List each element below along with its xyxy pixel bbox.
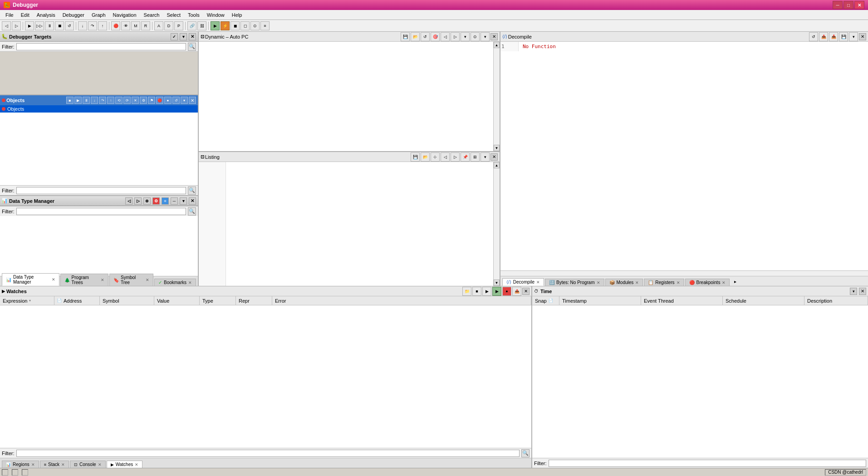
obj-tb-step2-btn[interactable]: ↷ xyxy=(99,97,106,104)
menu-navigation[interactable]: Navigation xyxy=(109,10,140,20)
debugger-targets-check-btn[interactable]: ✓ xyxy=(171,33,178,40)
decompile-tab-close-0[interactable]: ✕ xyxy=(536,280,540,285)
tb-extra4-button[interactable]: ≡ xyxy=(260,21,270,30)
tb-restart-button[interactable]: ↺ xyxy=(65,21,74,30)
dtm-drop-btn[interactable]: ▾ xyxy=(180,197,187,205)
obj-tb-stop-btn[interactable]: ■ xyxy=(66,97,74,104)
listing-scrollbar-v[interactable]: ▲ ▼ xyxy=(493,162,500,286)
decompile-drop-btn[interactable]: ▾ xyxy=(849,32,858,41)
tb-extra1-button[interactable]: ◼ xyxy=(230,21,240,30)
tb-reg-button[interactable]: R xyxy=(141,21,150,30)
dynamic-nav3-btn[interactable]: ▾ xyxy=(461,32,470,41)
listing-scroll-down[interactable]: ▼ xyxy=(494,280,500,286)
dtm-tab-3[interactable]: ✓ Bookmarks ✕ xyxy=(154,279,196,286)
obj-tb-drop-btn[interactable]: ▾ xyxy=(181,97,188,104)
watches-bottom-tab-1[interactable]: ≡ Stack ✕ xyxy=(40,461,69,468)
listing-scroll-up[interactable]: ▲ xyxy=(494,162,500,168)
tb-run2-button[interactable]: ▷▷ xyxy=(35,21,44,30)
watches-run-btn[interactable]: ▶ xyxy=(492,287,501,296)
dtm-tab-close-3[interactable]: ✕ xyxy=(188,280,192,285)
watches-close-btn[interactable]: ✕ xyxy=(522,288,530,295)
dynamic-close-btn[interactable]: ✕ xyxy=(490,33,498,40)
debugger-targets-filter-btn[interactable]: 🔍 xyxy=(188,43,196,51)
menu-window[interactable]: Window xyxy=(203,10,228,20)
tb-mem-button[interactable]: M xyxy=(131,21,140,30)
watches-stop-btn[interactable]: ■ xyxy=(472,287,481,296)
decompile-horizontal-scrollbar[interactable] xyxy=(500,270,868,276)
dtm-close-btn[interactable]: ✕ xyxy=(189,197,196,205)
dynamic-target-btn[interactable]: 🎯 xyxy=(431,32,440,41)
time-close-btn[interactable]: ✕ xyxy=(859,288,866,295)
menu-file[interactable]: File xyxy=(2,10,17,20)
obj-tb-play-btn[interactable]: ▶ xyxy=(74,97,82,104)
watches-tab2-close[interactable]: ✕ xyxy=(98,462,102,467)
objects-item-0[interactable]: Objects xyxy=(0,105,198,113)
menu-search[interactable]: Search xyxy=(140,10,163,20)
tb-step-into-button[interactable]: ↓ xyxy=(78,21,87,30)
dtm-fwd-btn[interactable]: ▷ xyxy=(134,197,142,205)
watches-bottom-tab-3[interactable]: ▶ Watches ✕ xyxy=(107,461,143,468)
tb-step-out-button[interactable]: ↑ xyxy=(98,21,107,30)
listing-cursor-btn[interactable]: ⊹ xyxy=(431,152,440,162)
decompile-close-btn[interactable]: ✕ xyxy=(859,33,866,40)
watches-bottom-tab-0[interactable]: 📊 Regions ✕ xyxy=(2,461,39,468)
obj-tb-step3-btn[interactable]: ↑ xyxy=(107,97,114,104)
objects-filter-btn[interactable]: 🔍 xyxy=(188,186,196,195)
dtm-tab-close-2[interactable]: ✕ xyxy=(146,278,149,282)
close-button[interactable]: ✕ xyxy=(854,1,864,9)
listing-close-btn[interactable]: ✕ xyxy=(490,153,498,161)
decompile-tab-1[interactable]: 🔢 Bytes: No Program ✕ xyxy=(545,279,604,286)
listing-nav1-btn[interactable]: ◁ xyxy=(441,152,450,162)
tb-run-green-button[interactable]: ▶ xyxy=(211,21,220,30)
menu-edit[interactable]: Edit xyxy=(17,10,33,20)
listing-load-btn[interactable]: 📂 xyxy=(421,152,430,162)
dynamic-load-btn[interactable]: 📂 xyxy=(411,32,420,41)
menu-select[interactable]: Select xyxy=(163,10,184,20)
watches-tab0-close[interactable]: ✕ xyxy=(31,462,35,467)
obj-tb-close-btn[interactable]: ✕ xyxy=(189,97,196,104)
watches-col-expression-sort-icon[interactable]: ▾ xyxy=(29,299,31,303)
dynamic-follow-btn[interactable]: ⊙ xyxy=(471,32,480,41)
dtm-tab-0[interactable]: 📊 Data Type Manager ✕ xyxy=(2,273,59,286)
decompile-tab-close-2[interactable]: ✕ xyxy=(635,280,639,285)
dynamic-scrollbar-v[interactable]: ▲ ▼ xyxy=(493,42,500,151)
obj-tb-step1-btn[interactable]: ↓ xyxy=(91,97,98,104)
tb-patch-button[interactable]: P xyxy=(174,21,183,30)
watches-tab1-close[interactable]: ✕ xyxy=(61,462,65,467)
decompile-tab-4[interactable]: 🔴 Breakpoints ✕ xyxy=(685,279,730,286)
obj-tb-cfg3-btn[interactable]: 🔴 xyxy=(156,97,163,104)
decompile-import-btn[interactable]: 📥 xyxy=(829,32,838,41)
watches-filter-input[interactable] xyxy=(16,450,520,457)
dynamic-refresh-btn[interactable]: ↺ xyxy=(421,32,430,41)
dtm-min-btn[interactable]: ─ xyxy=(171,197,178,205)
tb-step-over-button[interactable]: ↷ xyxy=(88,21,97,30)
minimize-button[interactable]: ─ xyxy=(833,1,843,9)
dtm-back-btn[interactable]: ◁ xyxy=(125,197,132,205)
tb-watch-button[interactable]: 👁 xyxy=(121,21,130,30)
watches-play-btn[interactable]: ▶ xyxy=(482,287,491,296)
listing-follow-btn[interactable]: 📌 xyxy=(461,152,470,162)
menu-debugger[interactable]: Debugger xyxy=(59,10,88,20)
dynamic-save-btn[interactable]: 💾 xyxy=(401,32,410,41)
watches-record-btn[interactable]: ● xyxy=(502,287,511,296)
title-bar-controls[interactable]: ─ □ ✕ xyxy=(833,1,864,9)
time-drop-btn[interactable]: ▾ xyxy=(850,288,857,295)
tb-back-button[interactable]: ◁ xyxy=(2,21,11,30)
dynamic-scroll-down[interactable]: ▼ xyxy=(494,145,500,151)
dynamic-scroll-up[interactable]: ▲ xyxy=(494,42,500,48)
dtm-tab-1[interactable]: 🌲 Program Trees ✕ xyxy=(60,274,108,286)
tb-run-orange-button[interactable]: ⚡ xyxy=(221,21,230,30)
dynamic-nav2-btn[interactable]: ▷ xyxy=(451,32,460,41)
watches-filter-btn[interactable]: 🔍 xyxy=(521,449,530,457)
debugger-targets-filter-input[interactable] xyxy=(16,43,186,50)
dynamic-nav1-btn[interactable]: ◁ xyxy=(441,32,450,41)
tb-breakpoint-button[interactable]: 🔴 xyxy=(111,21,120,30)
tb-run-button[interactable]: ▶ xyxy=(25,21,34,30)
obj-tb-kill-btn[interactable]: ✕ xyxy=(132,97,139,104)
tb-assemble-button[interactable]: A xyxy=(154,21,163,30)
decompile-tab-overflow[interactable]: ▸ xyxy=(731,277,740,286)
decompile-tab-0[interactable]: ⟨/⟩ Decompile ✕ xyxy=(502,278,544,286)
decompile-tab-close-3[interactable]: ✕ xyxy=(677,280,680,285)
listing-nav2-btn[interactable]: ▷ xyxy=(451,152,460,162)
dtm-extra-btn[interactable]: ⊕ xyxy=(143,197,151,205)
